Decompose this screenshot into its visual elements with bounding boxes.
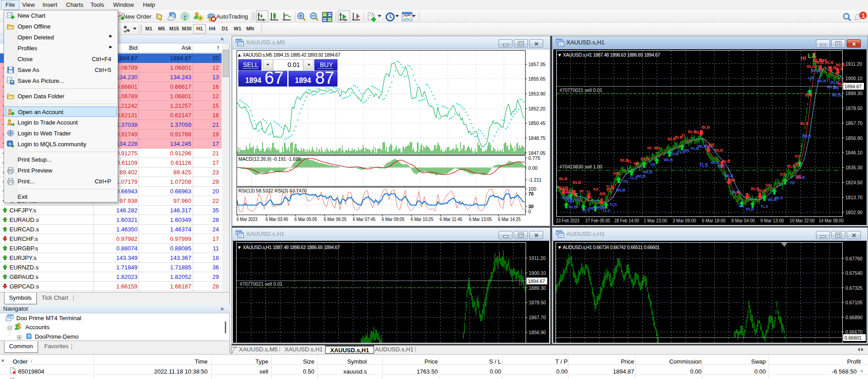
- svg-text:1911.20: 1911.20: [529, 255, 545, 261]
- svg-text:WLB: WLB: [724, 173, 734, 178]
- svg-text:6 Mar 07:45: 6 Mar 07:45: [353, 216, 375, 222]
- svg-text:-1.211: -1.211: [528, 177, 541, 182]
- svg-text:0.775: 0.775: [528, 155, 540, 161]
- svg-text:TL: TL: [627, 159, 632, 164]
- svg-text:1 Mar 23:00: 1 Mar 23:00: [644, 218, 667, 223]
- svg-text:HI: HI: [736, 190, 740, 195]
- svg-text:HI: HI: [647, 146, 651, 150]
- svg-text:6 Mar 05:05: 6 Mar 05:05: [294, 216, 317, 222]
- svg-text:HR: HR: [613, 171, 619, 176]
- svg-text:1852.20: 1852.20: [528, 106, 545, 111]
- svg-text:1813.70: 1813.70: [845, 195, 863, 200]
- svg-text:1856.90: 1856.90: [845, 135, 863, 141]
- svg-text:WLB: WLB: [664, 158, 673, 162]
- svg-text:SS: SS: [795, 174, 802, 179]
- svg-text:X: X: [574, 192, 578, 198]
- svg-text:WLB: WLB: [802, 134, 811, 138]
- svg-text:1894.67: 1894.67: [844, 84, 862, 89]
- svg-text:LB: LB: [808, 76, 814, 80]
- svg-text:6 Mar 03:45: 6 Mar 03:45: [266, 216, 288, 222]
- svg-text:6 Mar 06:25: 6 Mar 06:25: [324, 216, 346, 222]
- svg-text:1894.67: 1894.67: [528, 278, 545, 284]
- svg-text:WLB: WLB: [616, 188, 626, 192]
- svg-text:70: 70: [528, 191, 534, 197]
- svg-text:1867.70: 1867.70: [845, 120, 863, 126]
- svg-text:MACD(12,26,9) -0.191 -1.695: MACD(12,26,9) -0.191 -1.695: [238, 156, 301, 162]
- svg-text:HLS: HLS: [775, 196, 783, 200]
- svg-text:SS: SS: [765, 183, 771, 187]
- svg-text:6 Mar 18:00: 6 Mar 18:00: [702, 218, 726, 223]
- svg-text:1889.30: 1889.30: [529, 285, 546, 291]
- svg-text:BLB: BLB: [559, 177, 568, 181]
- svg-text:1856.90: 1856.90: [529, 330, 546, 335]
- svg-text:WLB: WLB: [636, 174, 646, 178]
- svg-text:BLB: BLB: [722, 159, 730, 163]
- svg-text:TLS: TLS: [699, 163, 708, 168]
- svg-text:WLB: WLB: [817, 79, 826, 83]
- svg-text:1889.30: 1889.30: [845, 91, 863, 96]
- svg-text:1900.10: 1900.10: [845, 76, 863, 81]
- svg-text:HR: HR: [634, 161, 640, 166]
- svg-text:BLB: BLB: [640, 157, 649, 161]
- svg-text:1835.30: 1835.30: [845, 165, 863, 170]
- svg-text:SS: SS: [780, 172, 785, 177]
- svg-text:10 Mar 22:00: 10 Mar 22:00: [790, 218, 815, 223]
- svg-text:1857.35: 1857.35: [528, 62, 545, 67]
- svg-text:0.67325: 0.67325: [845, 285, 863, 291]
- svg-text:0.67540: 0.67540: [845, 270, 863, 276]
- svg-text:TD: TD: [650, 163, 655, 167]
- svg-text:23 Feb 2023: 23 Feb 2023: [556, 218, 579, 223]
- svg-text:#70770021 sell 0.01: #70770021 sell 0.01: [560, 87, 602, 93]
- svg-text:BLB: BLB: [825, 60, 834, 65]
- svg-text:BB: BB: [600, 192, 606, 196]
- svg-text:#70770021 sell 0.01: #70770021 sell 0.01: [240, 281, 283, 287]
- svg-text:1853.90: 1853.90: [528, 91, 545, 96]
- svg-text:SSB: SSB: [559, 186, 569, 191]
- svg-text:0.66670: 0.66670: [845, 329, 863, 335]
- svg-text:BLB: BLB: [807, 64, 816, 69]
- svg-text:1867.70: 1867.70: [529, 315, 546, 320]
- svg-text:BLB: BLB: [813, 58, 822, 63]
- svg-text:6 Mar 14:25: 6 Mar 14:25: [498, 216, 521, 222]
- svg-text:0.67760: 0.67760: [845, 256, 863, 261]
- svg-text:1824.50: 1824.50: [845, 180, 863, 185]
- svg-text:TL: TL: [681, 133, 686, 138]
- svg-text:0.00: 0.00: [528, 165, 538, 171]
- svg-text:TD: TD: [789, 181, 795, 185]
- svg-text:1855.65: 1855.65: [528, 76, 545, 82]
- svg-text:SS: SS: [795, 154, 800, 158]
- svg-text:27 Feb 05:00: 27 Feb 05:00: [585, 218, 610, 223]
- svg-text:3 Mar 09:00: 3 Mar 09:00: [673, 218, 696, 223]
- svg-text:1: 1: [862, 12, 865, 19]
- svg-text:S: S: [9, 142, 11, 146]
- svg-text:0.66601: 0.66601: [844, 335, 862, 341]
- svg-text:28 Feb 14:00: 28 Feb 14:00: [614, 218, 639, 223]
- svg-text:BLB: BLB: [695, 130, 703, 134]
- svg-text:BLB: BLB: [715, 148, 723, 153]
- svg-text:BLB: BLB: [573, 180, 581, 185]
- svg-text:WL: WL: [739, 204, 745, 208]
- svg-text:6 Mar 11:45: 6 Mar 11:45: [440, 216, 462, 222]
- svg-text:BB: BB: [654, 146, 660, 150]
- svg-text:HI: HI: [801, 55, 806, 62]
- svg-text:1850.45: 1850.45: [528, 120, 545, 126]
- svg-text:HI: HI: [579, 189, 583, 193]
- svg-text:SS: SS: [794, 162, 800, 166]
- svg-text:1802.90: 1802.90: [845, 210, 863, 215]
- svg-text:6 Mar 2023: 6 Mar 2023: [237, 216, 257, 222]
- svg-text:BLB: BLB: [569, 205, 577, 209]
- svg-text:BB: BB: [708, 143, 714, 147]
- svg-text:BLB: BLB: [702, 125, 710, 130]
- svg-text:TLS: TLS: [609, 202, 617, 207]
- svg-text:BLB: BLB: [800, 121, 809, 126]
- svg-text:SX: SX: [593, 187, 598, 192]
- svg-text:1878.50: 1878.50: [845, 106, 863, 111]
- svg-text:9 Mar 13:00: 9 Mar 13:00: [760, 218, 784, 223]
- svg-text:TD: TD: [623, 179, 628, 184]
- svg-text:SX: SX: [606, 184, 614, 191]
- svg-text:6 Mar 09:05: 6 Mar 09:05: [382, 216, 404, 222]
- svg-text:1848.75: 1848.75: [528, 135, 545, 141]
- svg-text:RSI(13) 58.5332 RSI(3) 63.747: RSI(13) 58.5332 RSI(3) 63.7470: [238, 188, 307, 193]
- svg-text:BLB: BLB: [758, 188, 767, 193]
- svg-text:0.67105: 0.67105: [845, 300, 863, 305]
